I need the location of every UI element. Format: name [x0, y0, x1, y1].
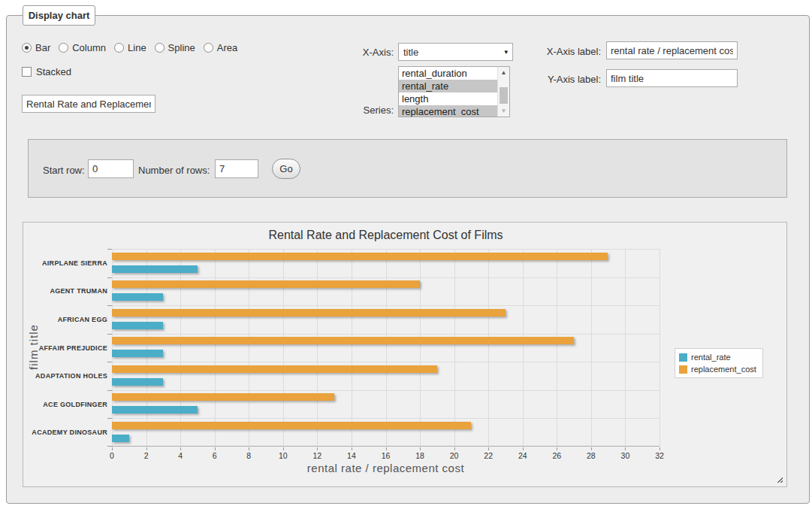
x-axis-tick: [283, 447, 284, 450]
radio-icon[interactable]: [22, 43, 32, 53]
x-axis-tick: [660, 447, 660, 450]
chart-type-label: Line: [128, 42, 146, 53]
bar-replacement_cost-ace-goldfinger: [112, 393, 334, 401]
chart-title: Rental Rate and Replacement Cost of Film…: [112, 229, 660, 242]
chart-legend: rental_ratereplacement_cost: [675, 348, 763, 378]
bar-replacement_cost-adaptation-holes: [112, 365, 437, 373]
x-tick-label: 16: [382, 451, 391, 460]
bar-replacement_cost-airplane-sierra: [112, 253, 608, 260]
x-axis-tick: [317, 447, 318, 450]
x-axis-tick: [215, 447, 216, 450]
legend-swatch-icon: [679, 353, 687, 362]
x-tick-label: 12: [313, 451, 322, 460]
legend-item-replacement_cost[interactable]: replacement_cost: [679, 365, 756, 374]
gridline-vertical: [557, 249, 557, 446]
y-axis-label-input[interactable]: [606, 69, 738, 87]
y-axis-title: film title: [27, 302, 40, 392]
chevron-down-icon: ▾: [504, 48, 508, 56]
x-tick-label: 14: [347, 451, 356, 460]
chart-type-group: BarColumnLineSplineArea: [22, 42, 237, 53]
series-option-rental_duration[interactable]: rental_duration: [399, 67, 497, 80]
y-axis-tick: [107, 277, 112, 278]
gridline-horizontal: [112, 390, 660, 391]
gridline-vertical: [591, 249, 592, 446]
gridline-horizontal: [112, 277, 660, 278]
x-axis-tick: [591, 447, 592, 450]
category-label: ACADEMY DINOSAUR: [23, 429, 107, 436]
chart-type-area[interactable]: Area: [204, 42, 237, 53]
legend-label: replacement_cost: [691, 365, 756, 374]
stacked-option[interactable]: Stacked: [22, 66, 71, 77]
x-axis-tick: [180, 447, 181, 450]
y-axis-tick: [107, 362, 112, 362]
radio-icon[interactable]: [59, 43, 68, 53]
x-axis-tick: [625, 447, 626, 450]
x-axis-tick: [454, 447, 455, 450]
x-axis-tick: [420, 447, 421, 450]
chart-type-spline[interactable]: Spline: [155, 42, 195, 53]
gridline-vertical: [249, 249, 249, 446]
gridline-vertical: [146, 249, 147, 446]
bar-rental_rate-airplane-sierra: [112, 265, 198, 273]
x-tick-label: 6: [213, 451, 217, 460]
chart-type-label: Spline: [168, 42, 195, 53]
x-tick-label: 10: [279, 451, 288, 460]
legend-item-rental_rate[interactable]: rental_rate: [679, 353, 756, 362]
stacked-checkbox[interactable]: [22, 67, 32, 77]
chart-type-column[interactable]: Column: [59, 42, 106, 53]
series-select-label: Series:: [350, 105, 394, 116]
y-axis-tick: [107, 390, 112, 391]
series-option-rental_rate[interactable]: rental_rate: [399, 80, 497, 92]
radio-icon[interactable]: [155, 43, 165, 53]
plot-area: [112, 249, 660, 447]
bar-rental_rate-agent-truman: [112, 293, 163, 301]
x-axis-tick: [146, 447, 147, 450]
scroll-up-icon[interactable]: ▲: [498, 68, 509, 77]
x-axis-selected-value: title: [403, 47, 418, 58]
x-axis-select[interactable]: title ▾: [398, 43, 513, 61]
gridline-vertical: [180, 249, 181, 446]
x-tick-label: 18: [415, 451, 424, 460]
x-tick-label: 0: [110, 451, 114, 460]
radio-icon[interactable]: [204, 43, 213, 53]
x-tick-label: 8: [246, 451, 251, 460]
gridline-vertical: [488, 249, 489, 446]
x-axis-label-input[interactable]: [606, 41, 738, 59]
panel-title: Display chart: [23, 5, 95, 26]
scroll-thumb[interactable]: [500, 87, 508, 104]
chart-type-label: Area: [217, 42, 237, 53]
go-button[interactable]: Go: [272, 159, 300, 179]
bar-rental_rate-african-egg: [112, 322, 163, 329]
series-scrollbar[interactable]: ▲ ▼: [497, 67, 509, 117]
stacked-label: Stacked: [36, 66, 71, 77]
chart-panel: Rental Rate and Replacement Cost of Film…: [23, 222, 787, 487]
chart-title-input[interactable]: [22, 95, 155, 113]
number-of-rows-input[interactable]: [215, 159, 258, 178]
scroll-down-icon[interactable]: ▼: [498, 106, 509, 116]
gridline-horizontal: [112, 334, 660, 335]
x-tick-label: 22: [484, 451, 493, 460]
chart-type-bar[interactable]: Bar: [22, 42, 50, 53]
bar-replacement_cost-academy-dinosaur: [112, 422, 471, 429]
x-axis-tick: [352, 447, 352, 450]
series-option-replacement_cost[interactable]: replacement_cost: [399, 105, 497, 117]
radio-icon[interactable]: [114, 43, 124, 53]
gridline-vertical: [523, 249, 524, 446]
x-tick-label: 28: [587, 451, 596, 460]
x-tick-label: 30: [621, 451, 630, 460]
gridline-horizontal: [112, 305, 660, 306]
series-option-length[interactable]: length: [399, 92, 497, 105]
gridline-vertical: [386, 249, 387, 446]
gridline-horizontal: [112, 418, 660, 419]
start-row-input[interactable]: [88, 159, 134, 178]
chart-type-line[interactable]: Line: [114, 42, 146, 53]
x-tick-label: 26: [552, 451, 561, 460]
bar-replacement_cost-affair-prejudice: [112, 337, 574, 344]
y-axis-label-label: Y-Axis label:: [539, 74, 601, 85]
bar-rental_rate-affair-prejudice: [112, 350, 163, 357]
number-of-rows-label: Number of rows:: [138, 165, 210, 176]
series-listbox[interactable]: rental_durationrental_ratelengthreplacem…: [398, 66, 510, 117]
category-label: AGENT TRUMAN: [23, 287, 107, 295]
resize-grip-icon[interactable]: [775, 475, 783, 483]
bar-replacement_cost-african-egg: [112, 309, 506, 317]
